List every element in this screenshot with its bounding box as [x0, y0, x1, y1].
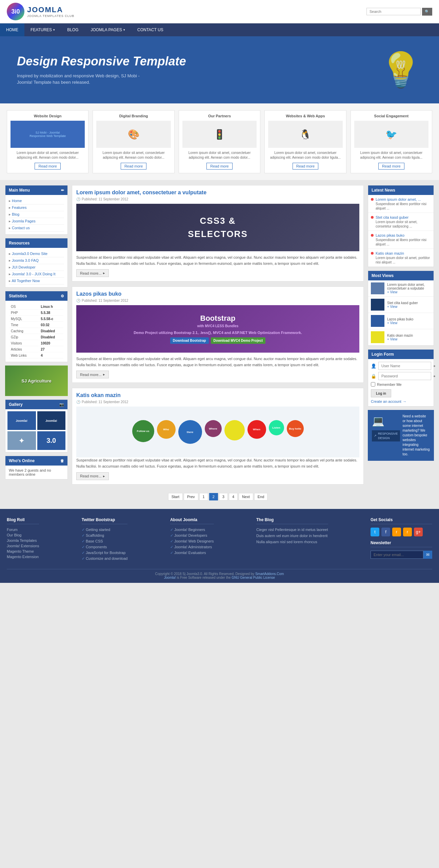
- gallery-item[interactable]: ✦: [7, 431, 36, 450]
- download-bootstrap-btn[interactable]: Download Bootstrap: [170, 337, 209, 344]
- news-dot: [371, 234, 374, 237]
- news-link[interactable]: Stet cita kasd guber: [376, 215, 408, 219]
- nav-home[interactable]: HOME: [0, 23, 24, 36]
- create-account-anchor[interactable]: Create an account: [371, 399, 401, 403]
- read-more-button[interactable]: Read more... ▸: [76, 269, 109, 277]
- page-prev[interactable]: Prev: [184, 493, 198, 500]
- search-input[interactable]: [366, 8, 421, 15]
- news-list: Lorem ipsum dolor amet, ... Suspendisse …: [368, 195, 434, 267]
- newsletter-submit[interactable]: ✉: [423, 551, 432, 559]
- most-views-link[interactable]: Lorem ipsum dolor amet, consectetuer a v…: [387, 283, 431, 290]
- joomla-link[interactable]: Joomla!: [164, 576, 176, 579]
- footer-link[interactable]: Joomla! Evaluators: [170, 551, 214, 555]
- external-link-icon: ↗: [374, 434, 377, 438]
- main-nav: HOME FEATURES ▾ BLOG JOOMLA PAGES ▾ CONT…: [0, 23, 439, 36]
- feature-desc: Lorem ipsum dolor sit amet, consectetuer…: [11, 151, 85, 160]
- resource-item-together[interactable]: All Together Now: [9, 278, 64, 284]
- news-link[interactable]: Lazos pikas buko: [376, 233, 404, 237]
- view-link[interactable]: + View: [387, 337, 413, 341]
- rss-icon[interactable]: r: [392, 528, 401, 536]
- read-more-link[interactable]: Read more: [35, 163, 60, 170]
- read-more-link[interactable]: Read more: [121, 163, 146, 170]
- footer-about-title: About Joomla: [170, 517, 214, 524]
- remember-me-checkbox[interactable]: [371, 382, 375, 387]
- read-more-link[interactable]: Read more: [293, 163, 318, 170]
- footer-link[interactable]: Joomla! Web Designers: [170, 539, 214, 544]
- footer-link[interactable]: Magento Extension: [7, 555, 39, 559]
- search-button[interactable]: 🔍: [422, 8, 432, 16]
- main-content: Lorem ipsum dolor amet, consectetuer a v…: [68, 185, 368, 504]
- article-body: Suspendisse at libero porttitor nisi ali…: [76, 457, 359, 469]
- page-end[interactable]: End: [254, 493, 268, 500]
- footer-link[interactable]: Joomla! Beginners: [170, 528, 214, 532]
- username-input[interactable]: [378, 362, 431, 370]
- read-more-button[interactable]: Read more... ▸: [76, 472, 109, 480]
- sidebar-item-joomla-pages[interactable]: Joomla Pages: [9, 218, 64, 225]
- facebook-icon[interactable]: f: [381, 528, 390, 536]
- news-link[interactable]: Katis okan mazin: [376, 251, 404, 255]
- page-4[interactable]: 4: [229, 493, 238, 500]
- footer-link[interactable]: Joomla! Administrators: [170, 545, 214, 549]
- read-more-button[interactable]: Read more... ▸: [76, 371, 109, 378]
- nav-joomla-pages[interactable]: JOOMLA PAGES ▾: [84, 23, 131, 36]
- footer-link[interactable]: Joomla Templates: [7, 538, 39, 542]
- download-mvc4-btn[interactable]: Download MVC4 Demo Project: [211, 337, 266, 344]
- resource-item-jux[interactable]: Joomla! 3.0 - JUX Doing It: [9, 271, 64, 278]
- most-views-link[interactable]: Lazos pikas buko: [387, 317, 413, 321]
- newsletter-input[interactable]: [371, 551, 423, 559]
- footer-link[interactable]: Magento Theme: [7, 549, 39, 553]
- news-link[interactable]: Lorem ipsum dolor amet, ...: [376, 197, 421, 201]
- resources-header: Resources: [5, 238, 67, 248]
- nav-blog[interactable]: BLOG: [61, 23, 84, 36]
- page-next[interactable]: Next: [239, 493, 253, 500]
- resource-item-jui[interactable]: JUI Developer: [9, 264, 64, 271]
- article-meta: 🕐 Published: 11 September 2012: [76, 400, 359, 404]
- most-views-link[interactable]: Katis okan mazin: [387, 334, 413, 337]
- footer-link[interactable]: Joomla! Developers: [170, 533, 214, 538]
- gallery-item[interactable]: Joomla!: [7, 411, 36, 430]
- footer-link[interactable]: Components: [82, 545, 128, 549]
- feature-title: Websites & Web Apps: [268, 114, 342, 118]
- sidebar-item-contact[interactable]: Contact us: [9, 225, 64, 232]
- view-link[interactable]: + View: [387, 305, 418, 309]
- nav-contact[interactable]: CONTACT US: [131, 23, 169, 36]
- login-button[interactable]: Log in: [371, 389, 391, 397]
- footer-link[interactable]: Base CSS: [82, 539, 128, 544]
- rss2-icon[interactable]: r: [403, 528, 412, 536]
- footer-link[interactable]: Scaffolding: [82, 533, 128, 538]
- view-link[interactable]: + View: [387, 290, 431, 294]
- footer-link[interactable]: Our Blog: [7, 533, 39, 537]
- stat-row: Articles27: [9, 347, 63, 352]
- gallery-item[interactable]: 3.0: [37, 431, 66, 450]
- gpl-link[interactable]: GNU General Public License: [232, 576, 275, 579]
- twitter-icon[interactable]: t: [371, 528, 379, 536]
- resource-item-demo[interactable]: Joomla3.0 Demo Site: [9, 251, 64, 257]
- gallery-item[interactable]: Joomla!: [37, 411, 66, 430]
- page-start[interactable]: Start: [168, 493, 183, 500]
- resource-item-faq[interactable]: Joomla 3.0 FAQ: [9, 257, 64, 264]
- gplus-icon[interactable]: g+: [414, 528, 423, 536]
- nav-features[interactable]: FEATURES ▾: [24, 23, 61, 36]
- page-1[interactable]: 1: [199, 493, 208, 500]
- password-input[interactable]: [378, 372, 431, 380]
- smartaddons-link[interactable]: SmartAddons.Com: [255, 572, 284, 576]
- stat-row: OSLinux h: [9, 304, 63, 310]
- sidebar-item-home[interactable]: Home: [9, 198, 64, 204]
- sidebar-item-blog[interactable]: Blog: [9, 211, 64, 218]
- responsive-badge[interactable]: ↗ RESPONSIVE DESIGN: [372, 430, 400, 441]
- footer-link[interactable]: Joomla! Extensions: [7, 544, 39, 548]
- read-more-link[interactable]: Read more: [378, 163, 404, 170]
- page-2[interactable]: 2: [209, 493, 218, 500]
- footer-link[interactable]: Forum: [7, 528, 39, 532]
- page-3[interactable]: 3: [219, 493, 228, 500]
- read-more-link[interactable]: Read more: [206, 163, 232, 170]
- article-image: CSS3 & SELECTORS: [76, 204, 359, 251]
- footer-link[interactable]: Customize and download: [82, 556, 128, 561]
- footer-link[interactable]: Getting started: [82, 528, 128, 532]
- news-dot: [371, 216, 374, 219]
- most-views-link[interactable]: Stet clita kasd guber: [387, 301, 418, 305]
- view-link[interactable]: + View: [387, 321, 413, 325]
- sidebar-item-features[interactable]: Features: [9, 204, 64, 211]
- footer-link[interactable]: JavaScript for Bootstrap: [82, 551, 128, 555]
- article-body: Suspendisse at libero porttitor nisi ali…: [76, 356, 359, 368]
